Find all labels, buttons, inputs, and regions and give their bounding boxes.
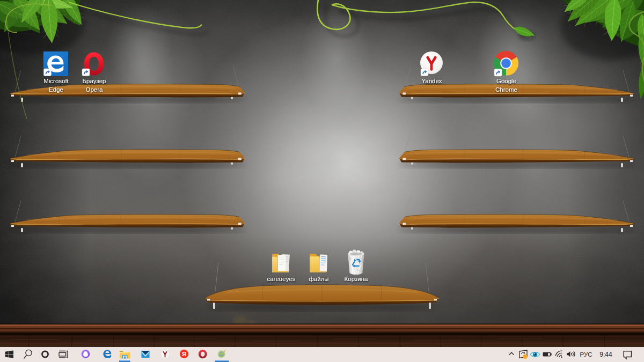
svg-text:Opera: Opera	[86, 86, 104, 93]
svg-text:careueyes: careueyes	[267, 276, 295, 282]
svg-text:9:44: 9:44	[599, 351, 612, 358]
svg-text:Microsoft: Microsoft	[43, 78, 69, 84]
svg-text:Edge: Edge	[49, 86, 63, 93]
svg-text:Chrome: Chrome	[495, 86, 517, 93]
svg-text:файлы: файлы	[309, 276, 328, 282]
svg-text:Я: Я	[182, 351, 186, 357]
svg-text:Браузер: Браузер	[83, 78, 106, 84]
svg-text:Google: Google	[496, 78, 516, 84]
svg-text:Yandex: Yandex	[421, 78, 442, 84]
svg-text:Корзина: Корзина	[345, 276, 368, 282]
svg-text:РУС: РУС	[580, 351, 592, 358]
